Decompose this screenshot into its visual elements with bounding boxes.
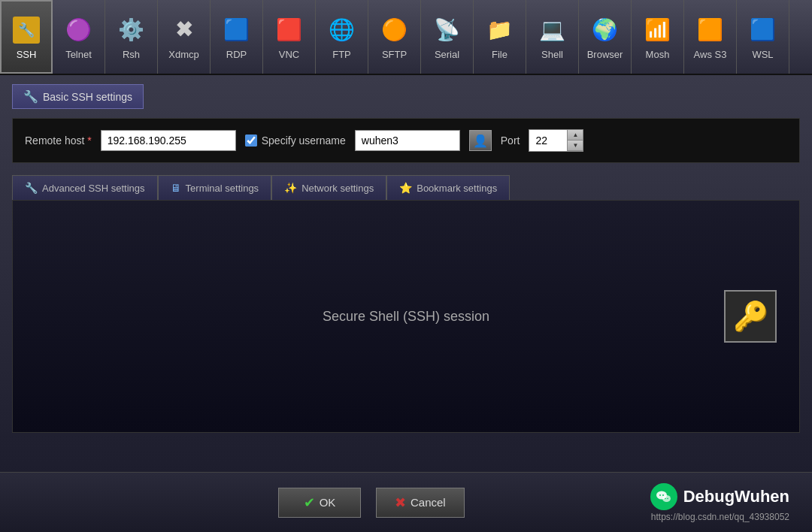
- wsl-icon: 🟦: [747, 14, 779, 46]
- tab-terminal-label: Terminal settings: [186, 183, 259, 194]
- toolbar-item-mosh[interactable]: 📶 Mosh: [632, 0, 684, 74]
- port-increment-button[interactable]: ▲: [568, 130, 583, 141]
- user-picker-button[interactable]: 👤: [469, 130, 492, 151]
- toolbar-item-label: Telnet: [65, 49, 92, 60]
- toolbar-item-label: File: [492, 49, 508, 60]
- section-header-icon: 🔧: [23, 89, 38, 104]
- specify-username-checkbox[interactable]: [245, 135, 257, 147]
- toolbar-item-sftp[interactable]: 🟠 SFTP: [368, 0, 421, 74]
- toolbar-item-label: Aws S3: [694, 49, 727, 60]
- session-text: Secure Shell (SSH) session: [323, 309, 489, 325]
- tabs-container: 🔧 Advanced SSH settings 🖥 Terminal setti…: [12, 175, 800, 200]
- svg-point-1: [662, 495, 671, 502]
- toolbar-item-ftp[interactable]: 🌐 FTP: [316, 0, 368, 74]
- bottom-bar: ✔ OK ✖ Cancel DebugWuhen https://blog.cs…: [0, 472, 812, 532]
- tab-terminal-settings[interactable]: 🖥 Terminal settings: [158, 175, 272, 200]
- rsh-icon: ⚙️: [116, 14, 147, 46]
- port-label: Port: [501, 135, 520, 147]
- serial-icon: 📡: [432, 14, 463, 46]
- toolbar-item-label: SSH: [17, 49, 37, 60]
- toolbar-item-label: FTP: [332, 49, 351, 60]
- xdmcp-icon: ✖: [168, 14, 200, 46]
- cancel-icon: ✖: [395, 494, 406, 511]
- tab-network-label: Network settings: [301, 183, 374, 194]
- brand-url: https://blog.csdn.net/qq_43938052: [651, 512, 789, 522]
- toolbar: 🔧 SSH 🟣 Telnet ⚙️ Rsh ✖ Xdmcp 🟦 RDP 🟥 VN…: [0, 0, 812, 75]
- toolbar-item-browser[interactable]: 🌍 Browser: [579, 0, 632, 74]
- tab-advanced-ssh-label: Advanced SSH settings: [42, 183, 145, 194]
- toolbar-item-telnet[interactable]: 🟣 Telnet: [53, 0, 105, 74]
- toolbar-item-ssh[interactable]: 🔧 SSH: [0, 0, 53, 74]
- port-decrement-button[interactable]: ▼: [568, 141, 583, 151]
- toolbar-item-vnc[interactable]: 🟥 VNC: [263, 0, 316, 74]
- browser-icon: 🌍: [589, 14, 621, 46]
- ftp-icon: 🌐: [326, 14, 358, 46]
- tab-network-icon: ✨: [284, 182, 297, 194]
- basic-settings-row: Remote host * Specify username 👤 Port ▲ …: [12, 118, 800, 163]
- cancel-label: Cancel: [411, 496, 446, 509]
- toolbar-item-label: Xdmcp: [168, 49, 198, 60]
- ssh-icon: 🔧: [11, 14, 42, 46]
- brand-name: DebugWuhen: [683, 487, 789, 506]
- tab-advanced-ssh-icon: 🔧: [25, 182, 38, 194]
- svg-point-4: [665, 497, 666, 499]
- port-input[interactable]: [529, 130, 567, 151]
- key-icon: 🔑: [733, 300, 768, 333]
- tab-bookmark-settings[interactable]: ⭐ Bookmark settings: [386, 175, 510, 200]
- ok-icon: ✔: [304, 494, 315, 511]
- toolbar-item-serial[interactable]: 📡 Serial: [421, 0, 474, 74]
- toolbar-item-xdmcp[interactable]: ✖ Xdmcp: [158, 0, 211, 74]
- wechat-icon: [650, 483, 677, 510]
- specify-username-checkbox-label[interactable]: Specify username: [245, 135, 346, 147]
- port-input-wrapper: ▲ ▼: [529, 129, 583, 152]
- toolbar-item-rdp[interactable]: 🟦 RDP: [211, 0, 263, 74]
- main-content: 🔧 Basic SSH settings Remote host * Speci…: [0, 75, 812, 518]
- toolbar-item-label: Rsh: [123, 49, 140, 60]
- basic-ssh-settings-header[interactable]: 🔧 Basic SSH settings: [12, 84, 144, 109]
- toolbar-item-shell[interactable]: 💻 Shell: [526, 0, 579, 74]
- shell-icon: 💻: [537, 14, 568, 46]
- aws-s3-icon: 🟧: [695, 14, 726, 46]
- file-icon: 📁: [484, 14, 516, 46]
- tab-terminal-icon: 🖥: [171, 182, 181, 194]
- remote-host-input[interactable]: [101, 130, 236, 151]
- toolbar-item-label: Shell: [541, 49, 563, 60]
- telnet-icon: 🟣: [63, 14, 95, 46]
- branding: DebugWuhen https://blog.csdn.net/qq_4393…: [650, 483, 789, 522]
- section-header-title: Basic SSH settings: [43, 91, 132, 103]
- ok-button[interactable]: ✔ OK: [278, 488, 361, 518]
- user-picker-icon: 👤: [473, 134, 488, 148]
- remote-host-label: Remote host *: [25, 135, 92, 147]
- toolbar-item-wsl[interactable]: 🟦 WSL: [737, 0, 789, 74]
- specify-username-label: Specify username: [262, 135, 346, 147]
- bottom-buttons: ✔ OK ✖ Cancel: [278, 488, 465, 518]
- toolbar-item-label: Serial: [435, 49, 459, 60]
- toolbar-item-label: Browser: [587, 49, 623, 60]
- brand-name-row: DebugWuhen: [650, 483, 789, 510]
- tab-bookmark-label: Bookmark settings: [417, 183, 497, 194]
- mosh-icon: 📶: [642, 14, 674, 46]
- toolbar-item-label: RDP: [226, 49, 247, 60]
- port-spinners: ▲ ▼: [567, 130, 583, 151]
- svg-point-3: [662, 494, 664, 496]
- toolbar-item-label: WSL: [752, 49, 773, 60]
- sftp-icon: 🟠: [379, 14, 411, 46]
- toolbar-item-file[interactable]: 📁 File: [474, 0, 526, 74]
- ok-label: OK: [320, 496, 336, 509]
- rdp-icon: 🟦: [221, 14, 253, 46]
- tab-network-settings[interactable]: ✨ Network settings: [271, 175, 386, 200]
- key-icon-box[interactable]: 🔑: [724, 290, 777, 343]
- tab-bookmark-icon: ⭐: [399, 182, 412, 194]
- toolbar-item-aws-s3[interactable]: 🟧 Aws S3: [684, 0, 737, 74]
- tab-advanced-ssh[interactable]: 🔧 Advanced SSH settings: [12, 175, 158, 200]
- toolbar-item-rsh[interactable]: ⚙️ Rsh: [105, 0, 158, 74]
- username-input[interactable]: [355, 130, 460, 151]
- toolbar-item-label: SFTP: [382, 49, 407, 60]
- vnc-icon: 🟥: [274, 14, 305, 46]
- svg-point-5: [667, 497, 668, 499]
- required-marker: *: [87, 135, 91, 147]
- svg-point-2: [659, 494, 661, 496]
- toolbar-item-label: VNC: [279, 49, 299, 60]
- tab-content-area: Secure Shell (SSH) session 🔑: [12, 200, 800, 433]
- cancel-button[interactable]: ✖ Cancel: [376, 488, 465, 518]
